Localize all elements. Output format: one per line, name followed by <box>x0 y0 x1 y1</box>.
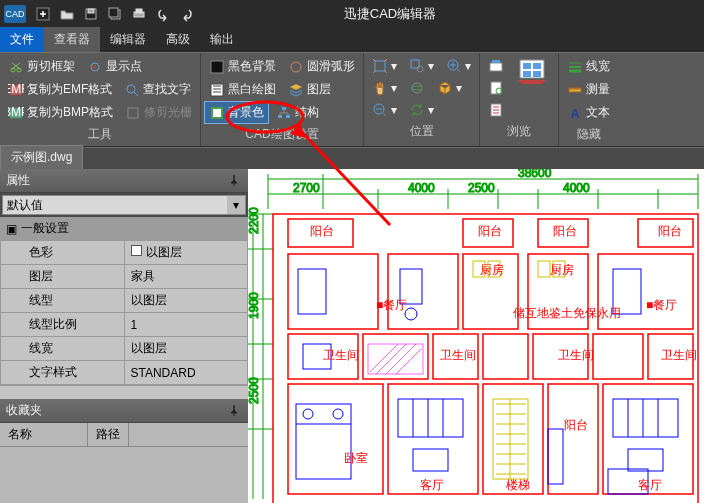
prop-key: 图层 <box>1 265 125 289</box>
prop-val[interactable]: STANDARD <box>124 361 248 385</box>
ribbon: 剪切框架 显示点 EMF复制为EMF格式 查找文字 BMP复制为BMP格式 修剪… <box>0 52 704 147</box>
collapse-icon[interactable]: ▣ <box>6 222 17 236</box>
svg-text:2500: 2500 <box>248 377 261 404</box>
clip-frame-label: 剪切框架 <box>27 58 75 75</box>
copy-bmp-button[interactable]: BMP复制为BMP格式 <box>4 102 117 123</box>
search-text-label: 查找文字 <box>143 81 191 98</box>
black-bg-button[interactable]: 黑色背景 <box>205 56 280 77</box>
refresh-button[interactable]: ▾ <box>405 100 438 120</box>
fav-col-name[interactable]: 名称 <box>0 423 88 446</box>
doc2-icon <box>488 102 504 118</box>
browse-btn3[interactable] <box>484 100 508 120</box>
svg-rect-37 <box>523 63 531 69</box>
svg-rect-4 <box>109 8 118 17</box>
tab-output[interactable]: 输出 <box>200 27 244 52</box>
property-combo-input[interactable] <box>3 196 227 214</box>
browse-btn1[interactable] <box>484 56 508 76</box>
prop-val[interactable]: 家具 <box>124 265 248 289</box>
search-text-button[interactable]: 查找文字 <box>120 79 195 100</box>
zoom-out-button[interactable]: ▾ <box>368 100 401 120</box>
hide-group-label: 隐藏 <box>563 123 614 145</box>
tools-group-label: 工具 <box>4 123 196 145</box>
chevron-down-icon[interactable]: ▾ <box>227 196 245 214</box>
svg-rect-115 <box>538 261 550 277</box>
hide-lw-label: 线宽 <box>586 58 610 75</box>
redo-button[interactable] <box>176 3 198 25</box>
svg-text:卫生间: 卫生间 <box>440 348 476 362</box>
structure-button[interactable]: 结构 <box>272 102 323 123</box>
prop-val[interactable]: 1 <box>124 313 248 337</box>
trim-ring-button: 修剪光栅 <box>121 102 196 123</box>
tab-file[interactable]: 文件 <box>0 27 44 52</box>
trim-ring-label: 修剪光栅 <box>144 104 192 121</box>
svg-text:■餐厅: ■餐厅 <box>376 298 407 312</box>
save-button[interactable] <box>80 3 102 25</box>
svg-rect-39 <box>523 71 531 77</box>
point-icon <box>87 59 103 75</box>
svg-text:卫生间: 卫生间 <box>558 348 594 362</box>
properties-header: 属性 <box>0 169 248 193</box>
show-point-label: 显示点 <box>106 58 142 75</box>
orbit-button[interactable] <box>405 78 429 98</box>
tab-editor[interactable]: 编辑器 <box>100 27 156 52</box>
app-title: 迅捷CAD编辑器 <box>200 5 580 23</box>
svg-point-101 <box>333 409 343 419</box>
tab-viewer[interactable]: 查看器 <box>44 27 100 52</box>
svg-text:阳台: 阳台 <box>553 224 577 238</box>
svg-rect-112 <box>628 449 663 471</box>
clip-frame-button[interactable]: 剪切框架 <box>4 56 79 77</box>
ribbon-group-tools: 剪切框架 显示点 EMF复制为EMF格式 查找文字 BMP复制为BMP格式 修剪… <box>0 53 201 146</box>
svg-rect-119 <box>368 344 423 374</box>
save-all-button[interactable] <box>104 3 126 25</box>
open-file-button[interactable] <box>56 3 78 25</box>
pan-button[interactable]: ▾ <box>368 78 401 98</box>
pin-icon[interactable] <box>228 174 242 188</box>
document-tabs: 示例图.dwg <box>0 147 704 169</box>
hide-linewidth-button[interactable]: 线宽 <box>563 56 614 77</box>
pin-icon[interactable] <box>228 404 242 418</box>
property-combo[interactable]: ▾ <box>2 195 246 215</box>
hide-text-button[interactable]: A文本 <box>563 102 614 123</box>
svg-text:1900: 1900 <box>248 292 261 319</box>
tab-advanced[interactable]: 高级 <box>156 27 200 52</box>
zoom-in-button[interactable]: ▾ <box>442 56 475 76</box>
prop-val[interactable]: 以图层 <box>124 241 248 265</box>
prop-key: 线型比例 <box>1 313 125 337</box>
show-point-button[interactable]: 显示点 <box>83 56 146 77</box>
doc-tab-example[interactable]: 示例图.dwg <box>0 145 83 169</box>
print-button[interactable] <box>128 3 150 25</box>
copy-emf-label: 复制为EMF格式 <box>27 81 112 98</box>
trim-icon <box>125 105 141 121</box>
new-file-button[interactable] <box>32 3 54 25</box>
views-button[interactable]: ▾ <box>433 78 466 98</box>
hide-measure-button[interactable]: 测量 <box>563 79 614 100</box>
svg-text:4000: 4000 <box>408 181 435 195</box>
svg-rect-25 <box>375 61 385 71</box>
svg-point-18 <box>291 62 301 72</box>
bg-color-button[interactable]: 背景色 <box>205 102 268 123</box>
bw-icon <box>209 82 225 98</box>
bw-draw-button[interactable]: 黑白绘图 <box>205 79 280 100</box>
prop-key: 线宽 <box>1 337 125 361</box>
undo-button[interactable] <box>152 3 174 25</box>
smooth-arc-button[interactable]: 圆滑弧形 <box>284 56 359 77</box>
prop-val[interactable]: 以图层 <box>124 337 248 361</box>
smooth-arc-label: 圆滑弧形 <box>307 58 355 75</box>
cube-icon <box>437 80 453 96</box>
browse-btn2[interactable] <box>484 78 508 98</box>
svg-rect-97 <box>548 429 563 484</box>
fav-col-path[interactable]: 路径 <box>88 423 129 446</box>
tree-icon <box>276 105 292 121</box>
layer-button[interactable]: 图层 <box>284 79 335 100</box>
prop-key: 文字样式 <box>1 361 125 385</box>
zoom-extent-button[interactable]: ▾ <box>368 56 401 76</box>
copy-emf-button[interactable]: EMF复制为EMF格式 <box>4 79 116 100</box>
prop-val[interactable]: 以图层 <box>124 289 248 313</box>
zoom-window-button[interactable]: ▾ <box>405 56 438 76</box>
svg-text:2500: 2500 <box>468 181 495 195</box>
thumbnail-browse[interactable] <box>510 56 554 120</box>
svg-rect-90 <box>548 384 598 494</box>
fav-header: 收藏夹 <box>0 399 248 423</box>
drawing-canvas[interactable]: 2700 38600 4000 2500 4000 2200 1900 2500 <box>248 169 704 503</box>
svg-rect-111 <box>413 449 448 471</box>
